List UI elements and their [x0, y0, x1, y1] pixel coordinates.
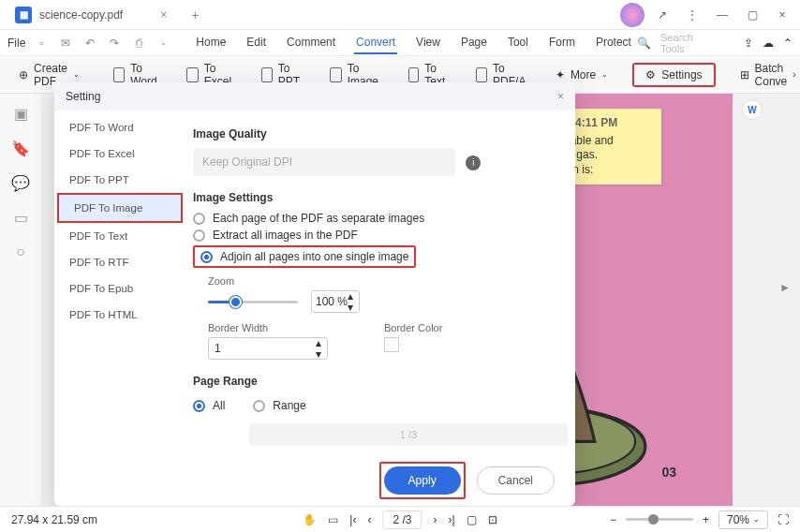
sidebar-item-html[interactable]: PDF To HTML — [54, 302, 185, 328]
word-badge-icon[interactable]: W — [742, 99, 763, 120]
radio-all-pages[interactable]: All — [193, 399, 225, 412]
sidebar-item-rtf[interactable]: PDF To RTF — [54, 249, 185, 275]
plus-icon: ⊕ — [19, 68, 28, 81]
radio-range[interactable]: Range — [253, 399, 305, 412]
tab-convert[interactable]: Convert — [354, 32, 397, 54]
last-page-icon[interactable]: ›| — [449, 513, 455, 526]
radio-adjoin-pages[interactable]: Adjoin all pages into one single image — [200, 250, 408, 263]
tab-protect[interactable]: Protect — [594, 32, 633, 54]
titlebar: ▦ science-copy.pdf × + ↗ ⋮ — ▢ × — [0, 0, 800, 30]
zoom-in-icon[interactable]: + — [703, 513, 709, 526]
first-page-icon[interactable]: |‹ — [349, 513, 356, 526]
dialog-sidebar: PDF To Word PDF To Excel PDF To PPT PDF … — [54, 111, 185, 455]
new-tab-icon[interactable]: + — [191, 7, 199, 22]
select-tool-icon[interactable]: ▭ — [328, 513, 338, 526]
maximize-icon[interactable]: ▢ — [740, 3, 764, 27]
page-dimensions: 27.94 x 21.59 cm — [11, 513, 97, 526]
close-tab-icon[interactable]: × — [160, 8, 167, 22]
next-page-icon[interactable]: › — [434, 513, 437, 526]
bookmark-icon[interactable]: 🔖 — [11, 140, 30, 157]
pdfa-icon — [476, 67, 488, 82]
dialog-title: Setting — [66, 90, 100, 103]
menubar: File ▫ ✉ ↶ ↷ ⎙ ⌄ Home Edit Comment Conve… — [0, 30, 800, 56]
app-icon: ▦ — [15, 7, 32, 23]
statusbar: 27.94 x 21.59 cm ✋ ▭ |‹ ‹ 2 /3 › ›| ▢ ⊡ … — [0, 506, 800, 532]
page-range-indicator: 1 /3 — [249, 423, 568, 446]
save-icon[interactable]: ▫ — [33, 37, 50, 50]
zoom-slider[interactable] — [208, 301, 298, 303]
border-color-label: Border Color — [384, 322, 442, 333]
undo-icon[interactable]: ↶ — [81, 37, 98, 50]
sidebar-item-image[interactable]: PDF To Image — [57, 193, 183, 223]
tab-comment[interactable]: Comment — [285, 32, 337, 54]
fullscreen-icon[interactable]: ⛶ — [778, 513, 789, 526]
attachment-icon[interactable]: ▭ — [14, 209, 28, 227]
radio-extract-images[interactable]: Extract all images in the PDF — [193, 229, 553, 242]
sidebar-item-ppt[interactable]: PDF To PPT — [54, 167, 185, 193]
hand-tool-icon[interactable]: ✋ — [303, 513, 317, 526]
sidebar-item-word[interactable]: PDF To Word — [54, 114, 185, 140]
tab-page[interactable]: Page — [459, 32, 489, 54]
sidebar-item-text[interactable]: PDF To Text — [54, 223, 185, 249]
image-icon — [330, 67, 341, 82]
print-icon[interactable]: ⎙ — [130, 37, 147, 50]
search-rail-icon[interactable]: ○ — [16, 244, 25, 260]
tab-form[interactable]: Form — [547, 32, 577, 54]
share-icon[interactable]: ⇪ — [744, 37, 753, 50]
page-number-badge: 03 — [661, 465, 676, 480]
external-icon[interactable]: ↗ — [650, 3, 674, 27]
word-icon — [113, 67, 125, 82]
close-dialog-icon[interactable]: × — [557, 90, 564, 103]
zoom-slider-status[interactable] — [626, 518, 693, 521]
tab-home[interactable]: Home — [194, 32, 228, 54]
star-icon: ✦ — [556, 68, 565, 81]
next-arrow-icon[interactable]: ► — [779, 281, 791, 294]
prev-page-icon[interactable]: ‹ — [367, 513, 371, 526]
settings-button[interactable]: ⚙Settings — [632, 63, 715, 87]
info-icon[interactable]: i — [466, 155, 481, 170]
close-window-icon[interactable]: × — [770, 3, 794, 27]
redo-icon[interactable]: ↷ — [106, 37, 123, 50]
zoom-spinbox[interactable]: 100 %▴▾ — [311, 290, 360, 313]
excel-icon — [186, 67, 198, 82]
comment-icon[interactable]: 💬 — [11, 174, 30, 192]
gear-icon: ⚙ — [645, 68, 656, 81]
dropdown-icon[interactable]: ⌄ — [155, 38, 171, 47]
theme-icon[interactable] — [620, 3, 644, 27]
border-width-input[interactable]: 1▴▾ — [208, 337, 328, 360]
file-menu[interactable]: File — [7, 37, 25, 50]
search-icon[interactable]: 🔍 — [637, 37, 651, 50]
border-color-picker[interactable] — [384, 337, 399, 352]
tab-view[interactable]: View — [414, 32, 442, 54]
fit-width-icon[interactable]: ▢ — [467, 513, 477, 526]
settings-dialog: Setting × PDF To Word PDF To Excel PDF T… — [54, 82, 575, 506]
minimize-icon[interactable]: — — [710, 3, 734, 27]
image-quality-title: Image Quality — [193, 127, 553, 140]
dpi-select[interactable]: Keep Original DPI — [193, 148, 455, 176]
mail-icon[interactable]: ✉ — [57, 37, 74, 50]
radio-separate-images[interactable]: Each page of the PDF as separate images — [193, 212, 553, 225]
image-settings-title: Image Settings — [193, 191, 553, 204]
page-counter[interactable]: 2 /3 — [382, 510, 422, 529]
fit-page-icon[interactable]: ⊡ — [488, 513, 497, 526]
zoom-out-icon[interactable]: − — [610, 513, 616, 526]
document-tab[interactable]: ▦ science-copy.pdf × — [7, 2, 174, 28]
search-placeholder[interactable]: Search Tools — [660, 32, 716, 54]
tab-tool[interactable]: Tool — [506, 32, 530, 54]
border-width-label: Border Width — [208, 322, 328, 333]
left-rail: ▣ 🔖 💬 ▭ ○ — [0, 94, 41, 506]
batch-convert-button[interactable]: ⊞Batch Conve› — [731, 56, 800, 94]
zoom-value-box[interactable]: 70%⌄ — [719, 510, 768, 529]
tab-edit[interactable]: Edit — [244, 32, 268, 54]
thumbnails-icon[interactable]: ▣ — [14, 105, 28, 123]
page-range-title: Page Range — [193, 375, 553, 388]
sidebar-item-epub[interactable]: PDF To Epub — [54, 275, 185, 302]
batch-icon: ⊞ — [740, 68, 749, 81]
cancel-button[interactable]: Cancel — [477, 466, 555, 495]
chevron-up-icon[interactable]: ⌃ — [783, 37, 793, 50]
cloud-icon[interactable]: ☁ — [763, 37, 774, 50]
sidebar-item-excel[interactable]: PDF To Excel — [54, 140, 185, 167]
ppt-icon — [261, 67, 273, 82]
apply-button[interactable]: Apply — [384, 466, 461, 495]
kebab-icon[interactable]: ⋮ — [680, 3, 704, 27]
